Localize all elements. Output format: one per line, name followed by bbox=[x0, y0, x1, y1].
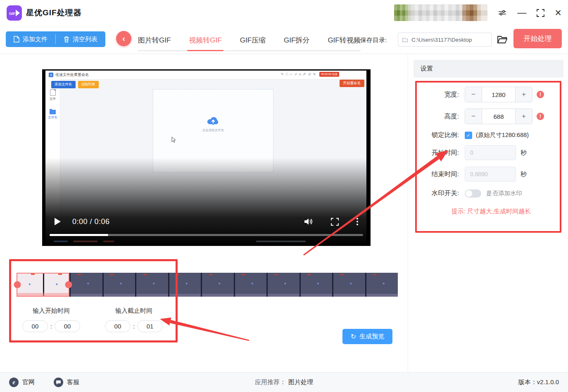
height-stepper: − 688 + bbox=[465, 109, 532, 124]
generate-preview-button[interactable]: ↻ 生成预览 bbox=[342, 329, 392, 344]
lock-ratio-checkbox[interactable]: ✓ bbox=[465, 132, 472, 139]
app-logo-icon: GIF bbox=[7, 5, 22, 21]
filmstrip-frame[interactable] bbox=[168, 273, 201, 297]
official-website-link[interactable]: e 官网 bbox=[9, 378, 35, 387]
height-value[interactable]: 688 bbox=[482, 109, 516, 124]
lock-ratio-row: 锁定比例: ✓ (原始尺寸1280:688) bbox=[408, 131, 529, 139]
version-info: 版本：v2.1.0.0 bbox=[518, 378, 559, 386]
minimize-button[interactable]: — bbox=[517, 7, 526, 18]
clear-list-button[interactable]: 清空列表 bbox=[56, 31, 105, 47]
save-dir-input[interactable] bbox=[411, 36, 487, 43]
timeline-filmstrip[interactable] bbox=[17, 273, 398, 297]
main-area: 优 优速文件批量重命名 ✎ □ ○ ↗ A ✐ ↺ ✕ 00:00:00 结束 … bbox=[0, 54, 408, 372]
maximize-button[interactable] bbox=[536, 7, 545, 18]
app-title: 星优GIF处理器 bbox=[26, 7, 82, 18]
recorded-app-footer-remnant bbox=[42, 239, 371, 243]
width-row: 宽度: − 1280 + ! bbox=[408, 87, 544, 102]
filmstrip-frame[interactable] bbox=[102, 273, 135, 297]
browse-folder-button[interactable] bbox=[496, 34, 509, 45]
tab-gif-split[interactable]: GIF拆分 bbox=[284, 35, 309, 45]
customer-service-label: 客服 bbox=[67, 378, 79, 386]
watermark-note: 是否添加水印 bbox=[486, 189, 522, 197]
width-decrease-button[interactable]: − bbox=[465, 87, 482, 102]
player-menu-icon[interactable] bbox=[356, 218, 358, 225]
watermark-row: 水印开关: 是否添加水印 bbox=[408, 189, 522, 198]
back-chevron-icon: ‹ bbox=[122, 34, 125, 43]
trim-end-label: 输入截止时间 bbox=[103, 307, 164, 315]
end-seconds-input[interactable] bbox=[137, 320, 163, 332]
video-player: 优 优速文件批量重命名 ✎ □ ○ ↗ A ✐ ↺ ✕ 00:00:00 结束 … bbox=[42, 69, 371, 246]
height-warning-icon: ! bbox=[537, 113, 544, 120]
start-time-unit: 秒 bbox=[520, 149, 527, 157]
file-actions-group: 添加文件 清空列表 bbox=[6, 31, 105, 47]
start-time-input[interactable] bbox=[465, 145, 516, 160]
player-controls: 0:00 / 0:06 bbox=[42, 215, 371, 229]
folder-open-icon bbox=[497, 35, 508, 44]
save-dir-label: 保存目录: bbox=[360, 36, 387, 44]
settings-sliders-icon[interactable] bbox=[497, 7, 507, 18]
end-time-unit: 秒 bbox=[520, 170, 527, 178]
filmstrip-frame[interactable] bbox=[234, 273, 267, 297]
recommend-link[interactable]: 图片处理 bbox=[288, 378, 313, 385]
document-icon bbox=[14, 36, 19, 43]
filmstrip-frame[interactable] bbox=[69, 273, 102, 297]
start-minutes-input[interactable] bbox=[22, 320, 48, 332]
timeline-selection[interactable] bbox=[17, 273, 69, 297]
trash-icon bbox=[64, 36, 69, 43]
filmstrip-frame[interactable] bbox=[135, 273, 168, 297]
tab-video-to-gif[interactable]: 视频转GIF bbox=[189, 35, 221, 45]
recorded-app-icon: 优 bbox=[49, 73, 53, 77]
filmstrip-frame[interactable] bbox=[266, 273, 299, 297]
filmstrip-frame[interactable] bbox=[201, 273, 234, 297]
cloud-upload-icon bbox=[206, 115, 220, 126]
height-row: 高度: − 688 + ! bbox=[408, 109, 544, 124]
recorded-add-folder-button: 添加文件夹 bbox=[51, 81, 76, 88]
watermark-toggle[interactable] bbox=[465, 189, 481, 198]
recommend-label: 应用推荐： bbox=[255, 378, 286, 385]
filmstrip-frame[interactable] bbox=[365, 273, 398, 297]
recorded-sidebar-folder: 文件夹 bbox=[48, 109, 57, 120]
start-time-row: 开始时间: 秒 bbox=[408, 145, 527, 160]
width-increase-button[interactable]: + bbox=[516, 87, 532, 102]
end-minutes-input[interactable] bbox=[105, 320, 131, 332]
tab-gif-compress[interactable]: GIF压缩 bbox=[240, 35, 266, 45]
annotation-tool-icons: ✎ □ ○ ↗ A ✐ ↺ ✕ bbox=[281, 72, 316, 76]
volume-icon[interactable] bbox=[303, 217, 313, 226]
selection-right-handle[interactable] bbox=[65, 281, 72, 288]
player-time: 0:00 / 0:06 bbox=[72, 217, 110, 226]
add-files-button[interactable]: 添加文件 bbox=[6, 31, 55, 47]
player-progress-bar[interactable] bbox=[50, 234, 363, 236]
close-button[interactable]: × bbox=[555, 7, 561, 18]
play-button[interactable] bbox=[55, 218, 61, 225]
filmstrip-frame[interactable] bbox=[299, 273, 333, 297]
version-number: v2.1.0.0 bbox=[537, 378, 559, 385]
filmstrip-frame[interactable] bbox=[332, 273, 365, 297]
save-dir-field[interactable] bbox=[398, 33, 492, 47]
width-value[interactable]: 1280 bbox=[482, 87, 516, 102]
progress-fill bbox=[50, 234, 108, 236]
censored-user-info bbox=[394, 5, 487, 21]
trim-end-group: 输入截止时间 : bbox=[103, 307, 164, 332]
trim-start-label: 输入开始时间 bbox=[22, 307, 81, 315]
file-icon bbox=[50, 89, 56, 96]
tab-image-to-gif[interactable]: 图片转GIF bbox=[138, 35, 171, 45]
fullscreen-icon[interactable] bbox=[330, 217, 339, 226]
mode-tabs: 图片转GIF 视频转GIF GIF压缩 GIF拆分 GIF转视频 bbox=[138, 35, 361, 51]
customer-service-link[interactable]: 客服 bbox=[54, 378, 79, 387]
start-time-label: 开始时间: bbox=[408, 149, 459, 157]
settings-header: 设置 bbox=[414, 60, 563, 78]
mouse-cursor-icon bbox=[171, 137, 176, 143]
settings-tip: 提示: 尺寸越大,生成时间越长 bbox=[431, 208, 551, 215]
back-button[interactable]: ‹ bbox=[116, 31, 131, 46]
selection-left-handle[interactable] bbox=[14, 281, 21, 288]
svg-text:GIF: GIF bbox=[9, 11, 16, 15]
end-time-input[interactable] bbox=[465, 167, 516, 182]
trim-start-group: 输入开始时间 : bbox=[22, 307, 81, 332]
start-process-button[interactable]: 开始处理 bbox=[513, 29, 562, 48]
height-decrease-button[interactable]: − bbox=[465, 109, 482, 124]
start-seconds-input[interactable] bbox=[55, 320, 80, 332]
recorded-app-buttons: 添加文件夹 清除列表 bbox=[51, 81, 99, 88]
tab-gif-to-video[interactable]: GIF转视频 bbox=[328, 35, 360, 45]
height-increase-button[interactable]: + bbox=[516, 109, 532, 124]
height-label: 高度: bbox=[408, 112, 459, 121]
